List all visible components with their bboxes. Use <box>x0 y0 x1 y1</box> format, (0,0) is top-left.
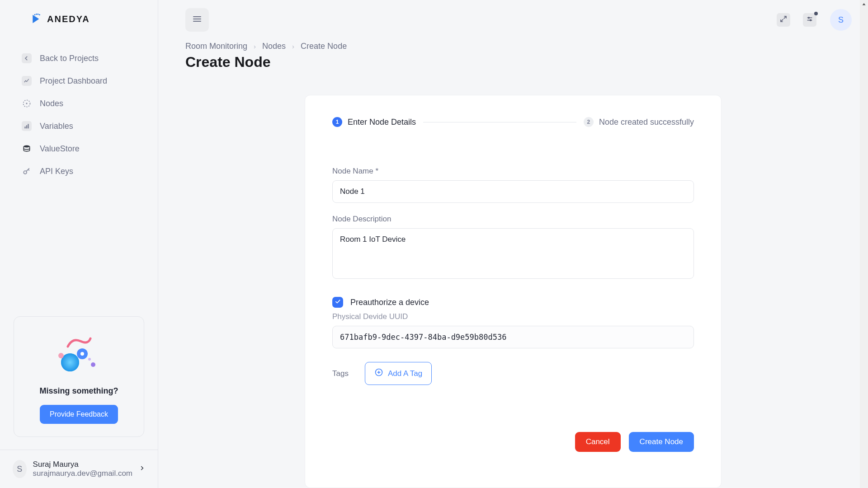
sidebar-item-apikeys[interactable]: API Keys <box>17 160 149 183</box>
feedback-card: Missing something? Provide Feedback <box>14 316 144 437</box>
expand-icon <box>780 15 787 24</box>
svg-rect-7 <box>26 125 27 128</box>
step-number: 1 <box>332 117 342 127</box>
nav-label: Variables <box>40 122 73 131</box>
user-name: Suraj Maurya <box>33 460 132 469</box>
breadcrumb: Room Monitoring › Nodes › Create Node <box>185 42 841 51</box>
svg-point-5 <box>26 103 27 104</box>
step-1: 1 Enter Node Details <box>332 117 416 127</box>
svg-rect-6 <box>24 127 25 128</box>
preauthorize-checkbox[interactable] <box>332 297 343 308</box>
breadcrumb-item[interactable]: Nodes <box>262 42 286 51</box>
nav-label: ValueStore <box>40 144 80 154</box>
svg-point-0 <box>34 14 36 15</box>
svg-point-16 <box>91 362 95 367</box>
nav-label: API Keys <box>40 167 73 176</box>
uuid-label: Physical Devide UUID <box>332 312 694 321</box>
scrollbar[interactable] <box>860 0 868 488</box>
user-avatar-button[interactable]: S <box>830 9 852 31</box>
sidebar-item-dashboard[interactable]: Project Dashboard <box>17 70 149 92</box>
add-tag-button[interactable]: Add A Tag <box>365 362 432 385</box>
feedback-title: Missing something? <box>39 386 118 396</box>
svg-point-3 <box>39 14 40 15</box>
user-footer[interactable]: S Suraj Maurya surajmaurya.dev@gmail.com <box>0 450 158 488</box>
add-tag-label: Add A Tag <box>388 369 422 378</box>
svg-point-15 <box>58 353 64 358</box>
tags-row: Tags Add A Tag <box>332 362 694 385</box>
avatar: S <box>13 460 27 478</box>
step-label: Enter Node Details <box>348 117 416 127</box>
main: S Room Monitoring › Nodes › Create Node … <box>158 0 868 488</box>
sidebar-nav: Back to Projects Project Dashboard Nodes… <box>0 41 158 183</box>
tags-label: Tags <box>332 369 349 378</box>
content: 1 Enter Node Details 2 Node created succ… <box>158 75 868 488</box>
check-icon <box>335 298 341 306</box>
nodes-icon <box>22 99 32 108</box>
logo-icon <box>32 13 44 25</box>
topbar: S <box>158 0 868 38</box>
preauthorize-label: Preauthorize a device <box>350 298 429 307</box>
step-2: 2 Node created successfully <box>584 117 694 127</box>
chevron-right-icon: › <box>292 42 294 50</box>
svg-point-9 <box>24 145 29 148</box>
svg-point-1 <box>36 14 37 15</box>
uuid-input[interactable] <box>332 326 694 348</box>
chevron-right-icon: › <box>254 42 256 50</box>
create-node-button[interactable]: Create Node <box>629 432 694 452</box>
expand-button[interactable] <box>777 13 790 27</box>
node-name-label: Node Name * <box>332 167 694 176</box>
scroll-up-icon <box>861 1 867 6</box>
feedback-illustration-icon <box>54 332 104 375</box>
node-name-input[interactable] <box>332 180 694 203</box>
step-connector <box>423 122 576 122</box>
notification-dot-icon <box>814 12 818 15</box>
svg-point-12 <box>61 353 79 371</box>
plus-circle-icon <box>374 368 383 379</box>
svg-point-2 <box>38 14 39 15</box>
variables-icon <box>22 121 32 131</box>
page-title: Create Node <box>185 54 841 70</box>
nav-label: Project Dashboard <box>40 76 107 86</box>
nav-label: Back to Projects <box>40 54 99 63</box>
step-number: 2 <box>584 117 594 127</box>
create-node-card: 1 Enter Node Details 2 Node created succ… <box>305 95 722 488</box>
sidebar-item-nodes[interactable]: Nodes <box>17 92 149 115</box>
user-meta: Suraj Maurya surajmaurya.dev@gmail.com <box>33 460 132 478</box>
valuestore-icon <box>22 144 32 154</box>
nav-label: Nodes <box>40 99 63 108</box>
back-icon <box>22 53 32 63</box>
sidebar-item-back[interactable]: Back to Projects <box>17 47 149 70</box>
svg-point-14 <box>80 352 84 356</box>
breadcrumb-item[interactable]: Room Monitoring <box>185 42 247 51</box>
svg-point-24 <box>810 19 811 21</box>
logo-text: ANEDYA <box>47 14 90 24</box>
user-email: surajmaurya.dev@gmail.com <box>33 469 132 478</box>
svg-point-22 <box>808 17 810 19</box>
field-node-name: Node Name * <box>332 167 694 203</box>
stepper: 1 Enter Node Details 2 Node created succ… <box>332 117 694 127</box>
svg-rect-8 <box>28 124 28 128</box>
node-desc-label: Node Description <box>332 215 694 224</box>
svg-point-10 <box>24 171 27 174</box>
hamburger-button[interactable] <box>185 8 209 32</box>
cancel-button[interactable]: Cancel <box>575 432 621 452</box>
provide-feedback-button[interactable]: Provide Feedback <box>40 405 118 424</box>
header: Room Monitoring › Nodes › Create Node Cr… <box>158 38 868 75</box>
svg-point-17 <box>88 358 91 361</box>
field-node-description: Node Description <box>332 215 694 281</box>
key-icon <box>22 166 32 176</box>
step-label: Node created successfully <box>599 117 694 127</box>
sidebar: ANEDYA Back to Projects Project Dashboar… <box>0 0 158 488</box>
hamburger-icon <box>192 14 203 26</box>
sidebar-item-valuestore[interactable]: ValueStore <box>17 137 149 160</box>
logo[interactable]: ANEDYA <box>0 0 158 41</box>
dashboard-icon <box>22 76 32 86</box>
sidebar-item-variables[interactable]: Variables <box>17 115 149 137</box>
form-actions: Cancel Create Node <box>332 432 694 452</box>
node-desc-input[interactable] <box>332 228 694 279</box>
sliders-icon <box>806 15 813 24</box>
breadcrumb-item[interactable]: Create Node <box>301 42 347 51</box>
chevron-right-icon <box>139 465 145 473</box>
preauthorize-row: Preauthorize a device <box>332 297 694 308</box>
notifications-button[interactable] <box>803 13 816 27</box>
